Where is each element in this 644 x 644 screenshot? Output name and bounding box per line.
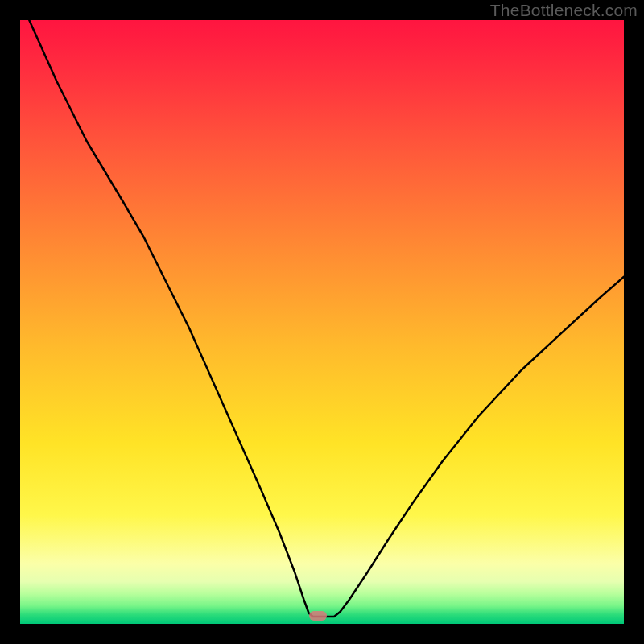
bottleneck-curve <box>20 20 624 624</box>
plot-area <box>20 20 624 624</box>
chart-frame: TheBottleneck.com <box>0 0 644 644</box>
watermark-text: TheBottleneck.com <box>490 1 638 20</box>
optimal-marker <box>309 611 327 621</box>
